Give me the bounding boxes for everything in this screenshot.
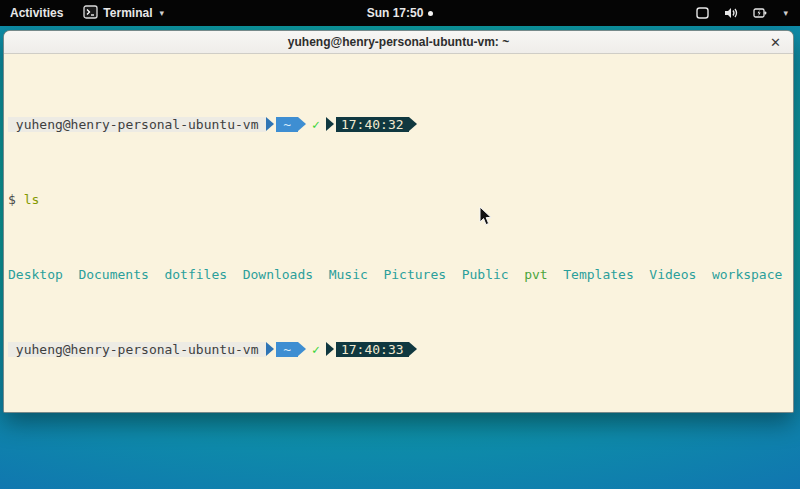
powerline-arrow-icon (266, 342, 274, 356)
close-icon[interactable]: ✕ (770, 33, 781, 52)
prompt-timestamp: 17:40:33 (336, 342, 409, 357)
ls-output-row: DesktopDocumentsdotfilesDownloadsMusicPi… (8, 267, 793, 282)
directory-entry: workspace (712, 267, 782, 282)
powerline-arrow-icon (409, 342, 417, 356)
gnome-top-bar: Activities Terminal ▾ Sun 17:50 (0, 0, 800, 26)
directory-entry: Pictures (383, 267, 446, 282)
file-entry: pvt (524, 267, 547, 282)
display-icon (695, 6, 710, 20)
prompt-directory: ~ (276, 117, 298, 132)
status-check-icon: ✓ (306, 117, 326, 132)
command-line: $ ls (8, 192, 793, 207)
typed-command: ls (24, 192, 40, 207)
activities-label: Activities (10, 6, 63, 20)
powerline-arrow-icon (298, 117, 306, 131)
terminal-app-icon (83, 5, 98, 22)
directory-entry: Documents (78, 267, 148, 282)
prompt-directory: ~ (276, 342, 298, 357)
window-title: yuheng@henry-personal-ubuntu-vm: ~ (288, 35, 509, 49)
prompt-line: yuheng@henry-personal-ubuntu-vm ~ ✓ 17:4… (8, 342, 417, 357)
powerline-arrow-icon (298, 342, 306, 356)
prompt-symbol: $ (8, 192, 24, 207)
terminal-window: yuheng@henry-personal-ubuntu-vm: ~ ✕ yuh… (3, 30, 794, 413)
app-menu-label: Terminal (103, 6, 152, 20)
activities-button[interactable]: Activities (0, 0, 73, 26)
status-check-icon: ✓ (306, 342, 326, 357)
prompt-user-host: yuheng@henry-personal-ubuntu-vm (8, 342, 266, 357)
battery-charging-icon (752, 6, 768, 20)
terminal-content[interactable]: yuheng@henry-personal-ubuntu-vm ~ ✓ 17:4… (4, 54, 793, 412)
prompt-user-host: yuheng@henry-personal-ubuntu-vm (8, 117, 266, 132)
chevron-down-icon: ▾ (159, 8, 164, 18)
clock-button[interactable]: Sun 17:50 (367, 6, 434, 20)
clock-label: Sun 17:50 (367, 6, 424, 20)
powerline-arrow-icon (266, 117, 274, 131)
directory-entry: Videos (649, 267, 696, 282)
app-menu-terminal[interactable]: Terminal ▾ (73, 0, 174, 26)
directory-entry: Templates (563, 267, 633, 282)
directory-entry: Downloads (243, 267, 313, 282)
powerline-arrow-icon (326, 117, 334, 131)
volume-icon (723, 6, 739, 20)
prompt-line: yuheng@henry-personal-ubuntu-vm ~ ✓ 17:4… (8, 117, 417, 132)
screen: Activities Terminal ▾ Sun 17:50 (0, 0, 800, 489)
powerline-arrow-icon (326, 342, 334, 356)
terminal-titlebar[interactable]: yuheng@henry-personal-ubuntu-vm: ~ ✕ (4, 31, 793, 54)
chevron-down-icon: ▾ (783, 8, 788, 18)
directory-entry: Desktop (8, 267, 63, 282)
system-status-menu[interactable]: ▾ (683, 0, 800, 26)
directory-entry: dotfiles (164, 267, 227, 282)
powerline-arrow-icon (409, 117, 417, 131)
directory-entry: Music (329, 267, 368, 282)
notification-dot-icon (428, 11, 433, 16)
prompt-timestamp: 17:40:32 (336, 117, 409, 132)
directory-entry: Public (462, 267, 509, 282)
